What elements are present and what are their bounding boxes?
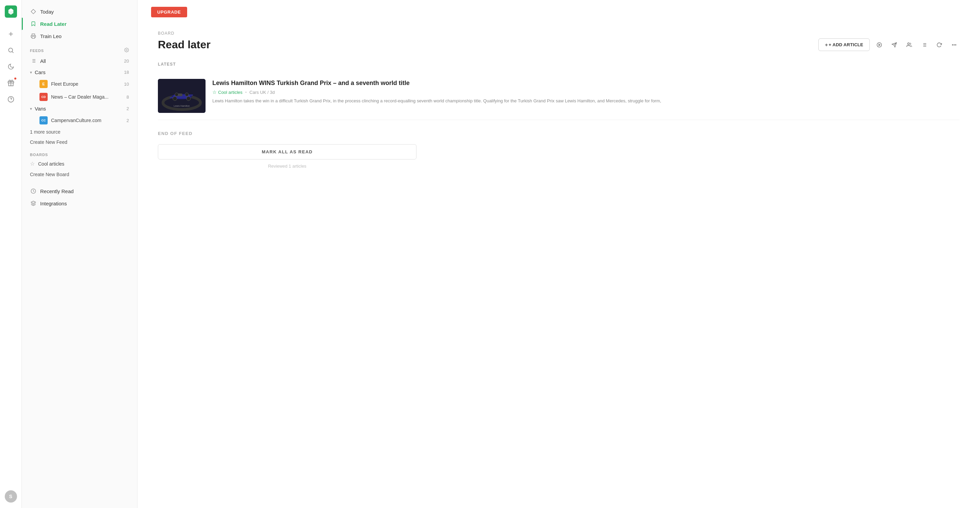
star-outline-icon: ☆ [212,89,217,95]
printer-icon [30,33,37,40]
create-new-feed-link[interactable]: Create New Feed [22,137,137,147]
article-meta: ☆ Cool articles • Cars UK / 3d [212,89,959,95]
latest-section-label: LATEST [158,62,959,67]
cool-articles-label: Cool articles [38,161,64,167]
sidebar-item-integrations[interactable]: Integrations [22,197,137,210]
board-title-row: Read later + + ADD ARTICLE [158,38,959,51]
sidebar-item-today[interactable]: Today [22,5,137,18]
sidebar-nav-section: Today Read Later Train Leo [22,4,137,43]
article-thumbnail: Lewis Hamilton [158,79,205,113]
board-meta-label: BOARD [158,31,959,36]
user-avatar[interactable]: S [5,490,17,503]
star-icon: ☆ [30,160,35,167]
sidebar-group-vans[interactable]: ▾ Vans 2 [22,103,137,114]
app-logo[interactable] [5,5,17,18]
article-card[interactable]: Lewis Hamilton Lewis Hamilton WINS Turki… [158,72,959,120]
bookmark-icon [30,21,37,27]
content-area: BOARD Read later + + ADD ARTICLE [137,17,980,508]
fleet-europe-icon: E [40,80,48,88]
share-icon[interactable] [889,40,900,50]
svg-point-40 [175,93,178,96]
add-article-button[interactable]: + + ADD ARTICLE [818,38,870,51]
play-icon[interactable] [874,40,885,50]
boards-header: BOARDS [22,150,137,158]
search-icon[interactable] [3,43,18,58]
more-source-link[interactable]: 1 more source [22,127,137,137]
cars-count: 18 [124,70,129,75]
article-source: Cars UK / 3d [250,90,275,95]
article-excerpt: Lewis Hamilton takes the win in a diffic… [212,98,959,105]
sidebar: Today Read Later Train Leo FEEDS [22,0,137,508]
list-view-icon[interactable] [919,40,930,50]
train-leo-label: Train Leo [40,33,129,39]
feeds-header: FEEDS [22,45,137,55]
feeds-gear-icon[interactable] [124,48,129,53]
article-content: Lewis Hamilton WINS Turkish Grand Prix –… [212,79,959,113]
svg-point-21 [907,43,909,44]
today-label: Today [40,9,129,14]
feeds-label: FEEDS [30,49,44,53]
sidebar-sub-fleet-europe[interactable]: E Fleet Europe 10 [22,78,137,90]
news-car-count: 8 [127,95,129,100]
vans-count: 2 [127,106,129,111]
moon-icon[interactable] [3,59,18,74]
plus-icon: + [825,42,828,48]
fleet-europe-count: 10 [124,82,129,87]
integrations-icon [30,200,37,207]
svg-point-30 [956,44,956,45]
board-title: Read later [158,38,211,51]
mark-all-read-button[interactable]: MARK ALL AS READ [158,144,417,159]
svg-point-17 [877,43,881,47]
recently-read-label: Recently Read [40,188,129,194]
svg-point-39 [186,97,191,101]
svg-marker-18 [879,44,880,46]
end-of-feed-label: END OF FEED [158,131,959,136]
add-icon[interactable] [3,27,18,41]
help-icon[interactable] [3,92,18,107]
sidebar-item-train-leo[interactable]: Train Leo [22,30,137,42]
svg-point-41 [185,93,189,96]
sidebar-bottom-section: Recently Read Integrations [22,184,137,211]
all-feeds-count: 20 [124,59,129,64]
sidebar-sub-campervan[interactable]: CC CampervanCulture.com 2 [22,114,137,127]
more-icon[interactable] [949,40,959,50]
svg-point-28 [952,44,953,45]
refresh-icon[interactable] [934,40,945,50]
sidebar-sub-news-car[interactable]: CD News – Car Dealer Maga... 8 [22,90,137,103]
gift-icon[interactable] [3,76,18,90]
create-new-board-link[interactable]: Create New Board [22,169,137,179]
article-title: Lewis Hamilton WINS Turkish Grand Prix –… [212,79,959,87]
sidebar-item-recently-read[interactable]: Recently Read [22,185,137,197]
read-later-label: Read Later [40,21,129,27]
svg-text:Lewis Hamilton: Lewis Hamilton [173,105,190,107]
campervan-count: 2 [127,118,129,123]
news-car-icon: CD [40,93,48,101]
svg-point-2 [8,48,13,52]
cars-label: Cars [35,69,121,75]
notification-badge [14,77,17,80]
dot-separator: • [245,90,247,95]
integrations-label: Integrations [40,201,129,206]
sidebar-item-read-later[interactable]: Read Later [22,18,137,30]
campervan-icon: CC [40,116,48,124]
svg-point-38 [173,97,177,101]
sidebar-group-cars[interactable]: ▾ Cars 18 [22,67,137,78]
board-actions: + + ADD ARTICLE [818,38,959,51]
all-feeds-label: All [40,58,121,64]
users-icon[interactable] [904,40,915,50]
main-header: UPGRADE [137,0,980,17]
board-tag-label: Cool articles [218,90,243,95]
icon-bar: S [0,0,22,508]
campervan-label: CampervanCulture.com [51,117,123,123]
svg-point-29 [954,44,955,45]
boards-section: BOARDS ☆ Cool articles Create New Board [22,149,137,181]
clock-icon [30,188,37,195]
fleet-europe-label: Fleet Europe [51,81,121,87]
upgrade-button[interactable]: UPGRADE [151,7,187,17]
sidebar-item-all[interactable]: All 20 [22,55,137,67]
reviewed-text: Reviewed 1 articles [158,164,417,169]
boards-label: BOARDS [30,153,48,157]
news-car-label: News – Car Dealer Maga... [51,94,123,100]
vans-label: Vans [35,106,124,111]
sidebar-item-cool-articles[interactable]: ☆ Cool articles [22,158,137,169]
